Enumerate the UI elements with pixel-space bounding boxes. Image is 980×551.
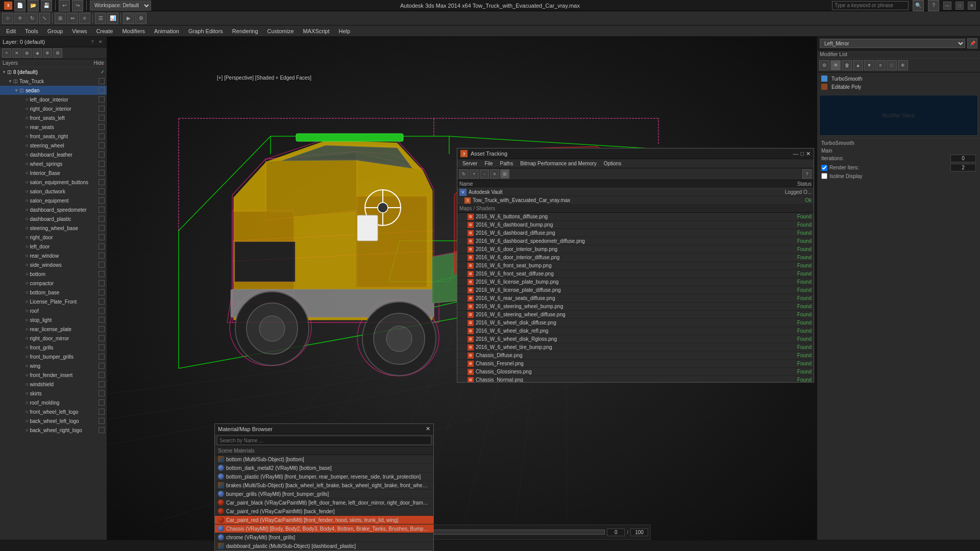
tree-item-right_door_interior[interactable]: ○right_door_interior: [0, 104, 107, 113]
tree-item-front_seats_left[interactable]: ○front_seats_left: [0, 113, 107, 122]
rotate-btn[interactable]: ↻: [27, 13, 38, 24]
at-file-row[interactable]: BChassis_Fresnel.pngFound: [457, 360, 814, 368]
save-btn[interactable]: 💾: [41, 0, 52, 11]
at-file-row[interactable]: BChassis_Diffuse.pngFound: [457, 352, 814, 360]
tree-item-Tow_Truck[interactable]: ▼◫Tow_Truck: [0, 77, 107, 86]
at-file-row[interactable]: B2016_W_6_steering_wheel_bump.pngFound: [457, 303, 814, 311]
snap-btn[interactable]: ⊞: [55, 13, 66, 24]
modifier-editable-poly[interactable]: Editable Poly: [819, 83, 978, 91]
at-file-row[interactable]: B2016_W_6_wheel_disk_Rgloss.pngFound: [457, 335, 814, 343]
frame-total-input[interactable]: [630, 529, 648, 536]
at-file-row[interactable]: B2016_W_6_license_plate_bump.pngFound: [457, 278, 814, 286]
layer-new-btn[interactable]: +: [2, 48, 11, 58]
menu-graph-editors[interactable]: Graph Editors: [184, 27, 227, 35]
select-btn[interactable]: ⊹: [2, 13, 13, 24]
workspace-dropdown[interactable]: Workspace: Default: [90, 1, 151, 11]
at-collapse-btn[interactable]: -: [480, 169, 489, 179]
render-btn[interactable]: ▶: [123, 13, 134, 24]
render-iters-checkbox[interactable]: [821, 165, 827, 171]
menu-rendering[interactable]: Rendering: [228, 27, 262, 35]
tree-item-sedan[interactable]: ▼◫sedan: [0, 86, 107, 95]
at-file-row[interactable]: B2016_W_6_license_plate_diffuse.pngFound: [457, 286, 814, 294]
tree-item-right_door[interactable]: ○right_door: [0, 233, 107, 242]
scene-tree[interactable]: ▼◫0 (default)✓▼◫Tow_Truck▼◫sedan ○left_d…: [0, 67, 107, 551]
maximize-btn[interactable]: □: [955, 2, 964, 10]
mod-configure-btn[interactable]: ⚙: [819, 60, 829, 70]
tree-item-roof_molding[interactable]: ○roof_molding: [0, 398, 107, 407]
at-file-row[interactable]: BChassis_Normal.pngFound: [457, 376, 814, 382]
at-file-row[interactable]: B2016_W_6_door_interior_diffuse.pngFound: [457, 254, 814, 262]
at-menu-options[interactable]: Options: [601, 160, 624, 167]
tree-item-salon_equipment_buttons[interactable]: ○salon_equipment_buttons: [0, 178, 107, 187]
at-file-row[interactable]: B2016_W_6_wheel_disk_refl.pngFound: [457, 327, 814, 335]
mod-collapse-btn[interactable]: □: [887, 60, 897, 70]
mirror-btn[interactable]: ⇔: [67, 13, 78, 24]
at-refresh-btn[interactable]: ↻: [459, 169, 469, 179]
mb-item[interactable]: Car_paint_red (VRayCarPaintMtl) [front_f…: [215, 516, 433, 524]
tree-item-bottom_base[interactable]: ○bottom_base: [0, 288, 107, 297]
mod-show-btn[interactable]: 👁: [830, 60, 841, 70]
frame-current-input[interactable]: [607, 529, 625, 536]
at-file-row[interactable]: B2016_W_6_wheel_disk_diffuse.pngFound: [457, 319, 814, 327]
menu-views[interactable]: Views: [68, 27, 91, 35]
mod-expand-btn[interactable]: ≡: [875, 60, 886, 70]
at-file-row[interactable]: B2016_W_6_door_interior_bump.pngFound: [457, 245, 814, 254]
tree-item-dashboard_plastic[interactable]: ○dashboard_plastic: [0, 214, 107, 223]
tree-item-steering_wheel_base[interactable]: ○steering_wheel_base: [0, 223, 107, 233]
at-expand-btn[interactable]: +: [470, 169, 479, 179]
open-btn[interactable]: 📂: [28, 0, 39, 11]
at-file-row[interactable]: B2016_W_6_front_seat_diffuse.pngFound: [457, 270, 814, 278]
at-detail-view-btn[interactable]: ⊞: [500, 169, 509, 179]
tree-item-front_fender_insert[interactable]: ○front_fender_insert: [0, 370, 107, 380]
scale-btn[interactable]: ⤡: [39, 13, 50, 24]
move-btn[interactable]: ✛: [14, 13, 26, 24]
tree-item-right_door_mirror[interactable]: ○right_door_mirror: [0, 334, 107, 343]
search-btn[interactable]: 🔍: [913, 0, 924, 11]
menu-maxscript[interactable]: MAXScript: [299, 27, 334, 35]
at-file-row[interactable]: B2016_W_6_steering_wheel_diffuse.pngFoun…: [457, 311, 814, 319]
mb-close-btn[interactable]: ✕: [426, 425, 430, 432]
menu-tools[interactable]: Tools: [21, 27, 42, 35]
tree-item-License_Plate_Front[interactable]: ○License_Plate_Front: [0, 297, 107, 306]
layer-btn[interactable]: ☰: [95, 13, 106, 24]
menu-modifiers[interactable]: Modifiers: [118, 27, 149, 35]
mb-item[interactable]: Car_paint_black (VRayCarPaintMtl) [left_…: [215, 498, 433, 507]
menu-help[interactable]: Help: [335, 27, 355, 35]
mb-item[interactable]: chrome (VRayMtl) [front_grills]: [215, 533, 433, 542]
layer-freeze-btn[interactable]: ❄: [43, 48, 52, 58]
tree-item-roof[interactable]: ○roof: [0, 306, 107, 315]
mod-move-down-btn[interactable]: ▼: [864, 60, 874, 70]
layer-select-btn[interactable]: ◈: [33, 48, 42, 58]
tree-item-rear_seats[interactable]: ○rear_seats: [0, 122, 107, 132]
tree-item-salon_equipment[interactable]: ○salon_equipment: [0, 196, 107, 205]
tree-item-Interior_Base[interactable]: ○Interior_Base: [0, 168, 107, 178]
menu-group[interactable]: Group: [43, 27, 67, 35]
at-menu-paths[interactable]: Paths: [497, 160, 517, 167]
tree-item-wing[interactable]: ○wing: [0, 361, 107, 370]
tree-item-bottom[interactable]: ○bottom: [0, 269, 107, 279]
at-file-row[interactable]: BChassis_Glossiness.pngFound: [457, 368, 814, 376]
layer-settings-btn[interactable]: ⚙: [53, 48, 62, 58]
layer-delete-btn[interactable]: ✕: [12, 48, 21, 58]
search-input[interactable]: [832, 1, 909, 10]
mod-move-up-btn[interactable]: ▲: [853, 60, 863, 70]
mb-item[interactable]: brakes (Multi/Sub-Object) [back_wheel_le…: [215, 481, 433, 490]
mod-freeze-btn[interactable]: ❄: [898, 60, 908, 70]
tree-item-back_wheel_left_logo[interactable]: ○back_wheel_left_logo: [0, 416, 107, 425]
at-menu-server[interactable]: Server: [459, 160, 480, 167]
mb-item[interactable]: bottom (Multi/Sub-Object) [bottom]: [215, 455, 433, 464]
render-iters-input[interactable]: [950, 164, 976, 171]
undo-btn[interactable]: ↩: [59, 0, 70, 11]
tree-item-left_door[interactable]: ○left_door: [0, 242, 107, 251]
tree-item-stop_light[interactable]: ○stop_light: [0, 315, 107, 324]
tree-item-front_wheel_left_logo[interactable]: ○front_wheel_left_logo: [0, 407, 107, 416]
menu-customize[interactable]: Customize: [263, 27, 298, 35]
align-btn[interactable]: ≡: [79, 13, 90, 24]
graph-btn[interactable]: 📊: [107, 13, 118, 24]
mod-delete-btn[interactable]: 🗑: [842, 60, 852, 70]
tree-item-skirts[interactable]: ○skirts: [0, 389, 107, 398]
mb-item[interactable]: Chassis (VRayMtl) [Body, Body2, Body3, B…: [215, 524, 433, 533]
layer-add-btn[interactable]: ⊕: [22, 48, 32, 58]
at-file-row[interactable]: B2016_W_6_rear_seats_diffuse.pngFound: [457, 294, 814, 303]
object-dropdown[interactable]: Left_Mirror: [820, 39, 965, 48]
